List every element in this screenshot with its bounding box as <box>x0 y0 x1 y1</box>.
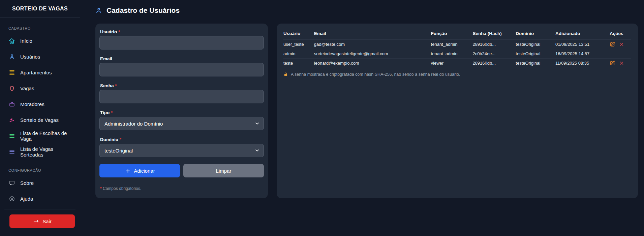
usuario-input[interactable] <box>99 36 264 49</box>
logout-button[interactable]: Sair <box>9 214 75 228</box>
sidebar-item-label: Usuários <box>20 54 40 60</box>
sidebar-item-lista-de-sorteadas[interactable]: Lista de Vagas Sorteadas <box>0 144 80 160</box>
col-funcao: Função <box>431 28 473 40</box>
logout-label: Sair <box>42 218 52 224</box>
briefcase-icon <box>8 101 15 108</box>
required-asterisk: * <box>118 29 120 34</box>
cell-email: gad@teste.com <box>314 40 431 49</box>
content-row: Usuário * Email Senha * Tipo * Administr… <box>95 24 638 198</box>
users-table: Usuário Email Função Senha (Hash) Domíni… <box>283 28 631 68</box>
form-buttons: Adicionar Limpar <box>99 164 264 177</box>
col-email: Email <box>314 28 431 40</box>
cell-dominio: testeOriginal <box>516 40 555 49</box>
usuario-label: Usuário * <box>100 29 264 34</box>
sidebar-item-sobre[interactable]: Sobre <box>0 175 80 191</box>
delete-x-icon[interactable] <box>619 61 624 66</box>
required-asterisk: * <box>120 137 121 142</box>
sidebar-item-label: Início <box>20 38 32 44</box>
row-actions <box>610 60 628 66</box>
cell-dominio: testeOriginal <box>516 59 555 68</box>
user-form-panel: Usuário * Email Senha * Tipo * Administr… <box>95 24 268 198</box>
required-asterisk: * <box>115 83 117 88</box>
cell-senha-hash: 2c0b24ee... <box>472 49 516 59</box>
clear-button[interactable]: Limpar <box>183 164 264 177</box>
cell-funcao: tenant_admin <box>431 40 473 49</box>
col-adicionado: Adicionado <box>555 28 610 40</box>
sidebar-item-label: Lista de Escolhas de Vaga <box>20 130 71 142</box>
edit-icon[interactable] <box>610 60 615 66</box>
table-row: teste leonard@exemplo.com viewer 289160d… <box>283 59 631 68</box>
building-lines-icon <box>8 69 15 76</box>
dominio-select-wrap: testeOriginal <box>99 144 264 157</box>
sidebar-section-cadastro: CADASTRO <box>0 18 80 33</box>
required-asterisk: * <box>111 110 113 115</box>
table-row: admin sorteiodevagasinteligente@gmail.co… <box>283 49 631 59</box>
plus-icon <box>124 167 131 174</box>
table-row: user_teste gad@teste.com tenant_admin 28… <box>283 40 631 49</box>
add-user-button[interactable]: Adicionar <box>99 164 180 177</box>
user-icon <box>95 7 102 14</box>
sidebar-item-label: Sorteio de Vagas <box>20 117 59 123</box>
sidebar-item-label: Moradores <box>20 101 44 107</box>
sidebar-item-label: Apartamentos <box>20 70 52 75</box>
page-header: Cadastro de Usuários <box>95 0 638 14</box>
user-icon <box>8 54 15 60</box>
tipo-select[interactable]: Administrador do Domínio <box>99 117 264 130</box>
sidebar-item-vagas[interactable]: Vagas <box>0 80 80 96</box>
sidebar-item-label: Lista de Vagas Sorteadas <box>20 146 71 158</box>
sidebar-item-label: Sobre <box>20 180 34 186</box>
sidebar-item-sorteio-de-vagas[interactable]: Sorteio de Vagas <box>0 112 80 128</box>
sidebar-item-ajuda[interactable]: Ajuda <box>0 191 80 207</box>
cell-funcao: viewer <box>431 59 473 68</box>
chat-icon <box>8 180 15 187</box>
map-pin-icon <box>8 85 15 92</box>
main-content: Cadastro de Usuários Usuário * Email Sen… <box>80 0 644 236</box>
cell-funcao: tenant_admin <box>431 49 473 59</box>
delete-x-icon[interactable] <box>619 42 624 47</box>
cell-email: sorteiodevagasinteligente@gmail.com <box>314 49 431 59</box>
col-acoes: Ações <box>610 28 631 40</box>
sidebar-item-apartamentos[interactable]: Apartamentos <box>0 65 80 80</box>
cell-adicionado: 16/09/2025 14:57 <box>555 49 610 59</box>
app-root: SORTEIO DE VAGAS CADASTRO Início Usuário… <box>0 0 644 236</box>
cell-senha-hash: 289160db... <box>472 59 516 68</box>
dominio-select[interactable]: testeOriginal <box>99 144 264 157</box>
cell-usuario: admin <box>283 49 314 59</box>
sidebar-item-lista-de-escolhas[interactable]: Lista de Escolhas de Vaga <box>0 128 80 144</box>
list-indigo-icon <box>8 148 15 155</box>
sidebar-item-inicio[interactable]: Início <box>0 33 80 49</box>
cell-adicionado: 01/09/2025 13:51 <box>555 40 610 49</box>
sidebar: SORTEIO DE VAGAS CADASTRO Início Usuário… <box>0 0 80 236</box>
email-input[interactable] <box>99 63 264 76</box>
clear-button-label: Limpar <box>216 168 232 174</box>
tipo-select-wrap: Administrador do Domínio <box>99 117 264 130</box>
col-senha-hash: Senha (Hash) <box>472 28 516 40</box>
cell-senha-hash: 289160db... <box>472 40 516 49</box>
sidebar-item-moradores[interactable]: Moradores <box>0 96 80 112</box>
sidebar-item-usuarios[interactable]: Usuários <box>0 49 80 65</box>
page-title: Cadastro de Usuários <box>106 6 180 14</box>
senha-label: Senha * <box>100 83 264 88</box>
cell-usuario: user_teste <box>283 40 314 49</box>
sidebar-section-configuracao: CONFIGURAÇÃO <box>0 160 80 175</box>
cell-email: leonard@exemplo.com <box>314 59 431 68</box>
sidebar-item-label: Vagas <box>20 86 34 91</box>
help-icon <box>8 196 15 202</box>
col-dominio: Domínio <box>516 28 555 40</box>
required-fields-note: * Campos obrigatórios. <box>100 186 264 191</box>
email-label: Email <box>100 56 264 61</box>
list-green-icon <box>8 133 15 139</box>
col-usuario: Usuário <box>283 28 314 40</box>
lock-icon <box>283 72 288 77</box>
dominio-label: Domínio * <box>100 137 264 142</box>
home-icon <box>8 38 15 44</box>
sidebar-item-label: Ajuda <box>20 196 33 202</box>
cell-dominio: testeOriginal <box>516 49 555 59</box>
senha-input[interactable] <box>99 90 264 103</box>
users-table-panel: Usuário Email Função Senha (Hash) Domíni… <box>277 24 638 198</box>
divider <box>4 209 75 209</box>
note-text: A senha mostrada é criptografada com has… <box>291 72 460 77</box>
add-button-label: Adicionar <box>134 168 155 174</box>
tipo-label: Tipo * <box>100 110 264 115</box>
edit-icon[interactable] <box>610 41 615 47</box>
